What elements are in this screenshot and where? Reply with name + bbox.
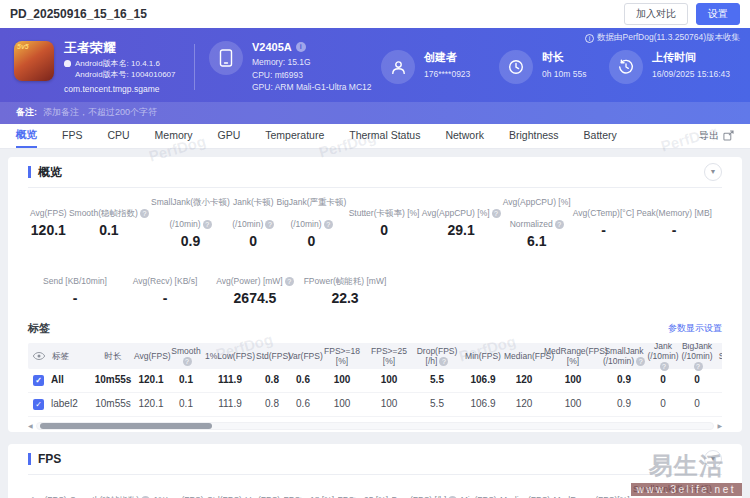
metric-value: 6.1	[503, 233, 571, 249]
table-header-cell[interactable]: Smooth?	[168, 346, 204, 366]
labels-panel-header: 标签 参数显示设置	[28, 313, 722, 343]
tab-thermal-status[interactable]: Thermal Status	[349, 124, 420, 148]
tab-bar-items: 概览FPSCPUMemoryGPUTemperatureThermal Stat…	[16, 124, 642, 148]
table-header-label: 标签	[52, 351, 69, 361]
table-cell: 100	[318, 398, 366, 410]
info-icon[interactable]: i	[296, 42, 306, 52]
metric-value: 0	[277, 233, 347, 249]
metric-value: 22.3	[300, 290, 390, 306]
info-icon[interactable]: ?	[439, 357, 448, 366]
tab-brightness[interactable]: Brightness	[509, 124, 559, 148]
tab-memory[interactable]: Memory	[155, 124, 193, 148]
upload-time-block: 上传时间 16/09/2025 15:16:43	[609, 50, 730, 84]
info-icon[interactable]: ?	[203, 220, 212, 229]
device-block: V2405A i Memory: 15.1G CPU: mt6993 GPU: …	[209, 41, 381, 93]
tab-temperature[interactable]: Temperature	[265, 124, 324, 148]
row-label: label2	[51, 398, 78, 410]
info-icon[interactable]: ?	[285, 277, 294, 286]
checkbox[interactable]: ✓	[33, 375, 44, 386]
metric-label: BigJank(严重卡顿)(/10min)?	[277, 197, 347, 230]
session-header: i 数据由PerfDog(11.3.250764)版本收集 5v5 王者荣耀 A…	[0, 28, 750, 124]
settings-button[interactable]: 设置	[696, 3, 740, 25]
duration-value: 0h 10m 55s	[542, 68, 586, 80]
table-header-cell[interactable]: BigJank(/10min)?	[680, 343, 714, 371]
table-cell: 10m55s	[92, 374, 134, 386]
tab-cpu[interactable]: CPU	[107, 124, 129, 148]
phone-icon	[219, 49, 233, 67]
tab-gpu[interactable]: GPU	[218, 124, 241, 148]
fps-metrics-row: Avg(FPS)120.1Smooth(稳帧指数)?0.11%Low(FPS)1…	[28, 475, 722, 498]
table-header-cell[interactable]: 1%Low(FPS)	[204, 351, 256, 361]
scroll-left-arrow[interactable]: ◀	[28, 422, 33, 429]
info-icon[interactable]: ?	[140, 209, 149, 218]
info-icon[interactable]: ?	[660, 362, 669, 371]
table-cell: 100	[318, 374, 366, 386]
collapse-button[interactable]: ▼	[704, 163, 722, 181]
metric: Var(FPS)0.6	[245, 484, 280, 498]
table-cell: 111.9	[204, 398, 256, 410]
info-icon[interactable]: ?	[694, 362, 703, 371]
table-header-cell[interactable]: 标签	[28, 351, 92, 361]
table-cell: 0	[646, 374, 680, 386]
app-block: 5v5 王者荣耀 Android版本名: 10.4.1.6 Android版本号…	[14, 41, 192, 94]
row-label-cell: ✓All	[28, 374, 92, 386]
table-cell: 0	[714, 398, 722, 410]
info-icon[interactable]: ?	[636, 357, 645, 366]
duration-label: 时长	[542, 50, 586, 65]
table-cell: 0	[680, 374, 714, 386]
info-icon[interactable]: ?	[555, 220, 564, 229]
table-header-cell[interactable]: Median(FPS)	[504, 351, 544, 361]
creator-value: 176****0923	[424, 68, 470, 80]
table-row: ✓All10m55s120.10.1111.90.80.61001005.510…	[28, 369, 722, 393]
info-icon[interactable]: ?	[183, 357, 192, 366]
table-header-cell[interactable]: 时长	[92, 351, 134, 361]
table-cell: 0	[680, 398, 714, 410]
scroll-right-arrow[interactable]: ▶	[717, 422, 722, 429]
tab-network[interactable]: Network	[445, 124, 484, 148]
remark-label: 备注:	[16, 106, 37, 119]
info-icon[interactable]: ?	[324, 220, 333, 229]
app-name: 王者荣耀	[64, 41, 176, 55]
table-body: ✓All10m55s120.10.1111.90.80.61001005.510…	[28, 369, 722, 417]
table-header-cell[interactable]: FPS>=25 [%]	[366, 346, 412, 366]
table-cell: 120.1	[134, 374, 168, 386]
param-display-settings-link[interactable]: 参数显示设置	[668, 322, 722, 335]
table-header-cell[interactable]: Min(FPS)	[462, 351, 504, 361]
labels-title: 标签	[28, 321, 50, 336]
scrollbar-track[interactable]	[36, 422, 715, 430]
collapse-button[interactable]: ▼	[704, 450, 722, 468]
table-cell: 120	[504, 374, 544, 386]
row-label: All	[51, 374, 64, 386]
table-header-cell[interactable]: Avg(FPS)	[134, 351, 168, 361]
table-cell: 0.1	[168, 374, 204, 386]
metric: Avg(CTemp)[°C]-	[573, 197, 634, 249]
table-header-cell[interactable]: Drop(FPS) [/h]?	[412, 346, 462, 366]
metric: Smooth(稳帧指数)?0.1	[70, 484, 150, 498]
add-compare-button[interactable]: 加入对比	[624, 3, 688, 25]
tab-battery[interactable]: Battery	[584, 124, 617, 148]
scrollbar-thumb[interactable]	[40, 423, 212, 429]
metric-label: Avg(FPS)	[30, 484, 67, 498]
info-icon[interactable]: ?	[265, 220, 274, 229]
remark-bar[interactable]: 备注: 添加备注，不超过200个字符	[0, 102, 750, 124]
checkbox[interactable]: ✓	[33, 399, 44, 410]
table-header-cell[interactable]: MedRange(FPS)[%]	[544, 346, 602, 366]
table-cell: 111.9	[204, 374, 256, 386]
page-title: PD_20250916_15_16_15	[10, 7, 147, 21]
tab-fps[interactable]: FPS	[62, 124, 82, 148]
metric-value: -	[120, 290, 210, 306]
tab-概览[interactable]: 概览	[16, 124, 37, 148]
table-header-cell[interactable]: Jank(/10min)?	[646, 343, 680, 371]
fps-section: FPS ▼ Avg(FPS)120.1Smooth(稳帧指数)?0.11%Low…	[8, 444, 742, 498]
table-header-cell[interactable]: Var(FPS)	[288, 351, 318, 361]
table-header-cell[interactable]: SmallJank(/10min)?	[602, 346, 646, 366]
info-icon[interactable]: ?	[492, 209, 501, 218]
table-header-cell[interactable]: Std(FPS)	[256, 351, 288, 361]
table-header-cell[interactable]: FPS>=18 [%]	[318, 346, 366, 366]
metric-label: Avg(Power) [mW]?	[210, 265, 300, 287]
metric-label: Smooth(稳帧指数)?	[69, 197, 149, 219]
export-button[interactable]: 导出	[699, 129, 734, 143]
overview-section: 概览 ▼ Avg(FPS)120.1Smooth(稳帧指数)?0.1SmallJ…	[8, 157, 742, 432]
table-header-cell[interactable]: Stutter [%]?	[714, 351, 722, 361]
topbar: PD_20250916_15_16_15 加入对比 设置	[0, 0, 750, 28]
